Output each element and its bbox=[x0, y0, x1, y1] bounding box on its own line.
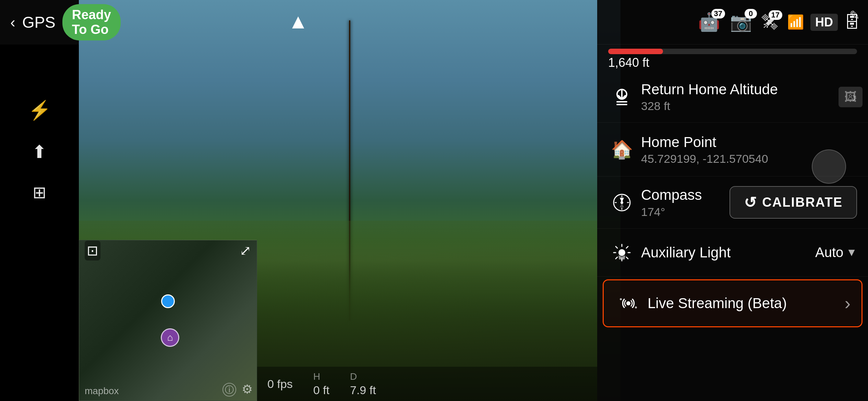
signal-icon: 📶 bbox=[787, 14, 804, 30]
signal-group: 📶 bbox=[787, 14, 804, 30]
edit-icon[interactable]: ✎ bbox=[849, 8, 860, 23]
drone-map-marker bbox=[161, 294, 175, 308]
drone-count-badge: 37 bbox=[711, 9, 725, 19]
bottom-stats-bar: 0 fps H 0 ft D 7.9 ft bbox=[257, 367, 597, 401]
compass-icon bbox=[608, 193, 636, 212]
menu-item-auxiliary-light[interactable]: Auxiliary Light Auto ▼ bbox=[597, 229, 868, 277]
compass-title: Compass bbox=[641, 186, 730, 204]
return-home-content: Return Home Altitude 328 ft bbox=[636, 81, 852, 113]
altitude-section: 1,640 ft bbox=[597, 45, 868, 71]
live-streaming-icon bbox=[615, 293, 642, 314]
auxiliary-light-title: Auxiliary Light bbox=[641, 244, 815, 261]
auto-dropdown[interactable]: Auto ▼ bbox=[815, 245, 857, 260]
return-home-title: Return Home Altitude bbox=[641, 81, 852, 98]
auto-value: Auto bbox=[815, 245, 843, 260]
map-settings-icon[interactable]: ⚙ bbox=[242, 382, 253, 397]
home-point-title: Home Point bbox=[641, 134, 823, 151]
height-label: H bbox=[313, 371, 329, 382]
menu-item-return-home[interactable]: Return Home Altitude 328 ft 🖼 › bbox=[597, 71, 868, 123]
svg-point-4 bbox=[626, 301, 630, 305]
home-map-marker: ⌂ bbox=[161, 328, 181, 349]
satellite-status-group: 🛰 17 bbox=[762, 13, 777, 32]
hd-label: HD bbox=[810, 14, 838, 31]
status-bar: 🤖 37 📷 0 🛰 17 📶 HD 🗄 bbox=[597, 0, 868, 45]
gps-label: GPS bbox=[22, 13, 56, 32]
live-streaming-content: Live Streaming (Beta) bbox=[642, 295, 845, 312]
live-streaming-chevron: › bbox=[845, 293, 851, 314]
home-marker-inner: ⌂ bbox=[161, 328, 179, 347]
camera-count-badge: 0 bbox=[745, 9, 757, 19]
distance-value: 7.9 ft bbox=[350, 384, 376, 397]
calibrate-refresh-icon: ↺ bbox=[744, 194, 757, 211]
nav-arrow-icon: ▲ bbox=[288, 10, 308, 33]
live-streaming-title: Live Streaming (Beta) bbox=[648, 295, 845, 312]
altitude-value: 1,640 ft bbox=[608, 54, 857, 71]
drone-status-group: 🤖 37 bbox=[698, 12, 720, 33]
image-preview-icon: 🖼 bbox=[839, 87, 863, 107]
distance-stat: D 7.9 ft bbox=[350, 371, 376, 397]
map-info-icon[interactable]: ⓘ bbox=[222, 383, 236, 397]
calibrate-button[interactable]: ↺ CALIBRATE bbox=[730, 186, 857, 219]
right-panel: 🤖 37 📷 0 🛰 17 📶 HD 🗄 ✎ 1,640 ft bbox=[597, 0, 868, 401]
ready-badge: Ready To Go bbox=[62, 4, 121, 40]
map-overlay: ⊡ ⤢ ⌂ mapbox ⓘ ⚙ bbox=[79, 240, 257, 401]
calibrate-label: CALIBRATE bbox=[762, 195, 843, 210]
return-home-icon bbox=[608, 87, 636, 107]
svg-point-6 bbox=[635, 306, 637, 308]
compass-subtitle: 174° bbox=[641, 205, 730, 219]
home-point-icon: 🏠 bbox=[608, 139, 636, 160]
home-point-subtitle: 45.729199, -121.570540 bbox=[641, 152, 823, 166]
left-sidebar: ⚡ ⬆ ⊞ bbox=[0, 45, 79, 401]
compass-content: Compass 174° bbox=[636, 186, 730, 218]
dropdown-arrow-icon: ▼ bbox=[846, 246, 857, 259]
return-home-subtitle: 328 ft bbox=[641, 99, 852, 113]
distance-label: D bbox=[350, 371, 376, 382]
auxiliary-light-content: Auxiliary Light bbox=[636, 244, 815, 261]
top-header: ‹ GPS Ready To Go bbox=[0, 0, 79, 45]
flash-icon[interactable]: ⚡ bbox=[28, 99, 51, 121]
screen-icon[interactable]: ⊞ bbox=[33, 183, 46, 202]
altitude-marker bbox=[653, 49, 661, 54]
menu-item-live-streaming[interactable]: Live Streaming (Beta) › bbox=[603, 279, 863, 327]
upload-icon[interactable]: ⬆ bbox=[32, 142, 47, 162]
map-collapse-icon[interactable]: ⊡ bbox=[85, 241, 100, 260]
auxiliary-light-icon bbox=[608, 243, 636, 262]
back-button[interactable]: ‹ bbox=[10, 15, 15, 30]
menu-list: Return Home Altitude 328 ft 🖼 › 🏠 Home P… bbox=[597, 71, 868, 401]
menu-item-compass[interactable]: Compass 174° ↺ CALIBRATE bbox=[597, 177, 868, 229]
svg-point-5 bbox=[620, 298, 622, 300]
height-stat: H 0 ft bbox=[313, 371, 329, 397]
mapbox-label: mapbox bbox=[85, 386, 119, 397]
fps-value: 0 fps bbox=[267, 377, 293, 391]
map-expand-icon[interactable]: ⤢ bbox=[240, 243, 251, 258]
menu-item-home-point[interactable]: 🏠 Home Point 45.729199, -121.570540 bbox=[597, 123, 868, 177]
map-header: ⊡ ⤢ bbox=[79, 240, 257, 261]
home-point-content: Home Point 45.729199, -121.570540 bbox=[636, 134, 823, 166]
fps-stat: 0 fps bbox=[267, 377, 293, 391]
satellite-count-badge: 17 bbox=[769, 10, 782, 20]
altitude-bar bbox=[608, 49, 857, 54]
camera-status-group: 📷 0 bbox=[730, 12, 752, 33]
svg-point-3 bbox=[618, 249, 625, 256]
height-value: 0 ft bbox=[313, 384, 329, 397]
